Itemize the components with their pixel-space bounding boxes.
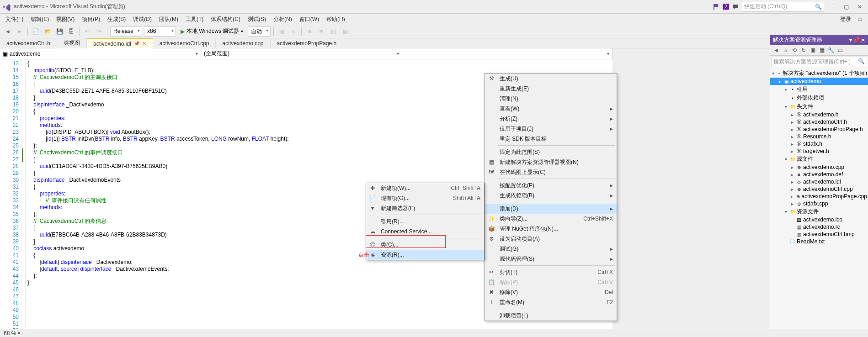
tree-node[interactable]: ▸⊕activexdemo.cpp xyxy=(770,163,868,171)
tree-node[interactable]: ▸≡activexdemo.def xyxy=(770,171,868,178)
document-tab[interactable]: activexdemo.idl📌✕ xyxy=(87,38,153,48)
menu-item[interactable]: ✂剪切(T)Ctrl+X xyxy=(485,267,617,277)
document-tab[interactable]: 类视图 xyxy=(57,38,87,48)
expand-icon[interactable]: ▸ xyxy=(789,149,795,154)
tree-node[interactable]: 🖼activexdemo.ico xyxy=(770,216,868,223)
tree-node[interactable]: ▾📁资源文件 xyxy=(770,207,868,216)
menu-item[interactable]: 团队(M) xyxy=(156,15,181,24)
tree-node[interactable]: ▸ⓗactivexdemo.h xyxy=(770,111,868,118)
config-dropdown[interactable]: Release xyxy=(110,26,142,37)
tree-node[interactable]: ▸⊕activexdemoPropPage.cpp xyxy=(770,193,868,200)
menu-item[interactable]: 卸载项目(L) xyxy=(485,311,617,321)
menu-item[interactable]: 📄现有项(G)...Shift+Alt+A xyxy=(366,193,484,203)
notification-badge[interactable]: 2 xyxy=(723,4,729,10)
tree-node[interactable]: ▸◇activexdemo.idl xyxy=(770,178,868,185)
tree-node[interactable]: ▸ⓗtargetver.h xyxy=(770,147,868,155)
menu-item[interactable]: ▼新建筛选器(F) xyxy=(366,203,484,213)
scope-dropdown[interactable]: ▣ activexdemo xyxy=(0,48,201,59)
expand-icon[interactable]: ▸ xyxy=(789,194,794,199)
expand-icon[interactable]: ▾ xyxy=(783,104,788,109)
expand-icon[interactable]: ▸ xyxy=(789,134,795,139)
tree-node[interactable]: ▾▫解决方案 "activexdemo" (1 个项目) xyxy=(770,69,868,78)
menu-item[interactable]: 源代码管理(S)▸ xyxy=(485,254,617,264)
feedback-flag-icon[interactable] xyxy=(713,3,720,11)
expand-icon[interactable]: ▸ xyxy=(783,87,788,92)
menu-item[interactable]: 生成依赖项(B)▸ xyxy=(485,190,617,200)
menu-item[interactable]: 按配置优化(P)▸ xyxy=(485,180,617,190)
solexp-home-icon[interactable]: ⌂ xyxy=(781,46,789,54)
expand-icon[interactable]: ▸ xyxy=(789,179,795,184)
menu-item[interactable]: 分析(N) xyxy=(271,15,295,24)
solexp-pin-icon[interactable]: 📌 xyxy=(853,37,860,43)
expand-icon[interactable]: ▸ xyxy=(789,172,795,177)
menu-item[interactable]: 调试(G)▸ xyxy=(485,244,617,254)
menu-item[interactable]: 重新生成(E) xyxy=(485,84,617,94)
save-all-button[interactable]: 🗄 xyxy=(66,26,76,37)
zoom-dropdown-icon[interactable]: ▾ xyxy=(18,331,20,336)
notifications-icon[interactable] xyxy=(732,3,739,11)
menu-item[interactable]: 调试(D) xyxy=(130,15,154,24)
tree-node[interactable]: ▸ⓗactivexdemoCtrl.h xyxy=(770,118,868,126)
menu-item[interactable]: 🗺在代码图上显示(C) xyxy=(485,167,617,177)
expand-icon[interactable]: ▸ xyxy=(789,112,795,117)
menu-item[interactable]: 帮助(H) xyxy=(324,15,348,24)
expand-icon[interactable]: ▾ xyxy=(777,79,782,84)
tree-node[interactable]: ▾📁源文件 xyxy=(770,155,868,163)
expand-icon[interactable]: ▾ xyxy=(783,209,788,214)
menu-item[interactable]: 体系结构(C) xyxy=(208,15,243,24)
tree-node[interactable]: ▸ⓗstdafx.h xyxy=(770,140,868,147)
solexp-search-input[interactable]: 搜索解决方案资源管理器(Ctrl+;) 🔍 xyxy=(771,57,867,67)
debug-mode-dropdown[interactable]: 自动 xyxy=(248,26,271,37)
menu-item[interactable]: 项目(P) xyxy=(79,15,103,24)
tree-node[interactable]: ▸ⓗactivexdemoPropPage.h xyxy=(770,126,868,133)
expand-icon[interactable]: ▸ xyxy=(789,142,795,147)
solexp-back-icon[interactable]: ◄ xyxy=(772,46,780,54)
menu-item[interactable]: 生成(B) xyxy=(105,15,128,24)
menu-item[interactable]: ✚新建项(W)...Ctrl+Shift+A xyxy=(366,183,484,193)
sign-in-link[interactable]: 登录 xyxy=(840,16,856,23)
nav-back-button[interactable]: ◄ xyxy=(3,26,13,37)
expand-icon[interactable]: ▸ xyxy=(789,120,795,125)
menu-item[interactable]: 📦管理 NuGet 程序包(N)... xyxy=(485,224,617,234)
tree-node[interactable]: ▸⊕stdafx.cpp xyxy=(770,200,868,207)
document-tab[interactable]: activexdemoCtrl.cpp xyxy=(153,39,216,48)
solexp-showall-icon[interactable]: ▦ xyxy=(818,46,826,54)
pin-icon[interactable]: 📌 xyxy=(134,41,139,46)
user-icon[interactable]: ▭ xyxy=(857,16,863,22)
menu-item[interactable]: 窗口(W) xyxy=(297,15,322,24)
menu-item[interactable]: 限定为此范围(S) xyxy=(485,147,617,157)
close-button[interactable]: ✕ xyxy=(854,1,865,12)
menu-item[interactable]: 添加(D)▸ xyxy=(485,204,617,214)
minimize-button[interactable]: — xyxy=(827,1,838,12)
expand-icon[interactable]: ▾ xyxy=(783,157,788,162)
menu-item[interactable]: 清理(N) xyxy=(485,94,617,104)
menu-item[interactable]: ✨类向导(Z)...Ctrl+Shift+X xyxy=(485,214,617,224)
tree-node[interactable]: ▸▪引用 xyxy=(770,85,868,94)
expand-icon[interactable]: ▸ xyxy=(789,165,795,170)
save-button[interactable]: 💾 xyxy=(54,26,64,37)
close-icon[interactable]: ✕ xyxy=(142,41,146,47)
menu-item[interactable]: 仅用于项目(J)▸ xyxy=(485,124,617,134)
menu-item[interactable]: ⚒生成(U) xyxy=(485,74,617,84)
menu-item[interactable]: ✖移除(V)Del xyxy=(485,287,617,297)
tree-node[interactable]: 📄ReadMe.txt xyxy=(770,238,868,245)
solexp-collapse-icon[interactable]: ▣ xyxy=(809,46,817,54)
menu-item[interactable]: 文件(F) xyxy=(3,15,26,24)
solexp-close-icon[interactable]: ✕ xyxy=(861,37,865,43)
tree-node[interactable]: ▤activexdemo.rc xyxy=(770,223,868,231)
menu-item[interactable]: 重定 SDK 版本目标 xyxy=(485,134,617,144)
menu-item[interactable]: 引用(R)... xyxy=(366,216,484,226)
menu-item[interactable]: 测试(S) xyxy=(245,15,269,24)
tree-node[interactable]: ▸ⓗResource.h xyxy=(770,133,868,140)
expand-icon[interactable]: ▸ xyxy=(789,187,795,192)
tree-node[interactable]: ▸⊕activexdemoCtrl.cpp xyxy=(770,185,868,193)
tree-node[interactable]: ▾▣activexdemo xyxy=(770,78,868,85)
expand-icon[interactable]: ▾ xyxy=(771,71,776,76)
menu-item[interactable]: I重命名(M)F2 xyxy=(485,297,617,307)
solexp-dropdown-icon[interactable]: ▾ xyxy=(849,37,852,43)
solexp-refresh-icon[interactable]: ↻ xyxy=(799,46,808,54)
expand-icon[interactable]: ▸ xyxy=(789,201,795,206)
document-tab[interactable]: activexdemoCtrl.h xyxy=(0,39,57,48)
menu-item[interactable]: ◈资源(R)... xyxy=(366,250,484,260)
tree-node[interactable]: ▾📁头文件 xyxy=(770,102,868,111)
